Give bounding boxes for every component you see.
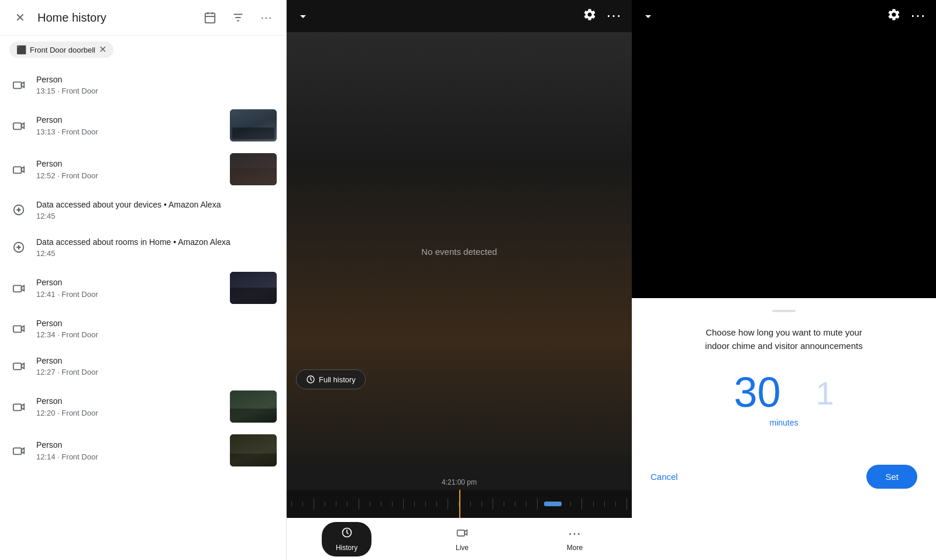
right-overflow-button[interactable]: ⋯: [910, 7, 927, 25]
tick: [627, 499, 627, 509]
no-events-label: No events detected: [421, 247, 497, 257]
timeline-bar[interactable]: [287, 490, 632, 518]
filter-chip-front-door[interactable]: ⬛ Front Door doorbell ✕: [9, 42, 113, 58]
left-header: ✕ Home history ⋯: [0, 0, 286, 36]
filter-icon-button[interactable]: [228, 7, 249, 28]
device-dropdown-button[interactable]: [296, 9, 310, 23]
event-info: Data accessed about your devices • Amazo…: [36, 199, 277, 221]
svg-rect-7: [13, 82, 22, 88]
set-button[interactable]: Set: [866, 465, 917, 489]
calendar-icon-button[interactable]: [199, 7, 221, 28]
tick: [392, 502, 393, 506]
filter-chip-close-icon[interactable]: ✕: [99, 45, 106, 54]
event-title: Data accessed about rooms in Home • Amaz…: [36, 237, 277, 248]
event-subtitle: 12:45: [36, 249, 277, 258]
overflow-menu-button[interactable]: ⋯: [606, 7, 622, 25]
cancel-button[interactable]: Cancel: [651, 472, 678, 482]
event-title: Person: [36, 318, 277, 330]
tick: [593, 502, 594, 506]
list-item[interactable]: Person 13:13 · Front Door: [0, 103, 286, 147]
svg-rect-15: [13, 404, 22, 410]
event-info: Person 12:27 · Front Door: [36, 355, 277, 377]
event-subtitle: 12:52 · Front Door: [36, 171, 223, 180]
svg-rect-9: [13, 167, 22, 173]
svg-rect-19: [457, 530, 465, 535]
tick: [493, 499, 493, 509]
sheet-handle: [772, 310, 796, 312]
event-subtitle: 12:41 · Front Door: [36, 290, 223, 299]
live-tab-label: Live: [456, 544, 469, 552]
tick: [436, 502, 437, 506]
event-title: Person: [36, 396, 223, 407]
tick: [381, 502, 381, 506]
event-info: Person 13:15 · Front Door: [36, 74, 277, 96]
filter-chip-label: Front Door doorbell: [30, 46, 95, 54]
timeline-section: 4:21:00 pm: [287, 471, 632, 518]
active-duration-value: 30: [734, 371, 780, 413]
event-subtitle: 13:13 · Front Door: [36, 127, 223, 136]
event-thumbnail: [230, 272, 277, 304]
camera-icon: [9, 160, 28, 179]
tick: [537, 499, 538, 509]
center-panel: ⋯ No events detected Full history 4:21:0…: [287, 0, 632, 560]
tick: [370, 502, 370, 506]
event-info: Person 13:13 · Front Door: [36, 115, 223, 136]
inactive-duration-value: 1: [815, 377, 834, 413]
full-history-label: Full history: [319, 375, 356, 384]
settings-icon-button[interactable]: [583, 8, 597, 25]
event-subtitle: 12:14 · Front Door: [36, 452, 223, 461]
tick: [526, 502, 526, 506]
more-options-button[interactable]: ⋯: [256, 7, 277, 28]
list-item[interactable]: Data accessed about your devices • Amazo…: [0, 191, 286, 229]
close-button[interactable]: ✕: [9, 7, 30, 28]
duration-picker: 30 1: [734, 371, 834, 413]
timeline-cursor: [459, 490, 460, 518]
event-subtitle: 12:27 · Front Door: [36, 368, 277, 376]
event-thumbnail: [230, 434, 277, 466]
list-item[interactable]: Person 12:34 · Front Door: [0, 310, 286, 347]
list-item[interactable]: Person 12:27 · Front Door: [0, 347, 286, 385]
list-item[interactable]: Person 12:20 · Front Door: [0, 385, 286, 428]
tick: [615, 502, 616, 506]
tick: [325, 502, 325, 506]
bottom-nav: History Live ⋯ More: [287, 518, 632, 560]
tick: [448, 499, 448, 509]
tick: [481, 502, 482, 506]
event-thumbnail: [230, 153, 277, 185]
list-item[interactable]: Person 12:14 · Front Door: [0, 428, 286, 472]
alexa-icon: [9, 201, 28, 219]
tick: [504, 502, 504, 506]
doorbell-icon: ⬛: [16, 45, 26, 54]
tick: [302, 502, 303, 506]
event-info: Person 12:52 · Front Door: [36, 158, 223, 180]
right-device-dropdown-button[interactable]: [641, 9, 655, 23]
list-item[interactable]: Person 12:52 · Front Door: [0, 147, 286, 191]
tick: [470, 502, 471, 506]
right-settings-button[interactable]: [887, 8, 901, 25]
tab-more[interactable]: ⋯ More: [553, 521, 597, 556]
left-panel: ✕ Home history ⋯ ⬛ Front Door doorbell ✕: [0, 0, 287, 560]
event-info: Person 12:41 · Front Door: [36, 277, 223, 299]
list-item[interactable]: Person 12:41 · Front Door: [0, 266, 286, 310]
tab-live[interactable]: Live: [442, 522, 483, 556]
right-panel: ⋯ Choose how long you want to mute your …: [632, 0, 936, 560]
camera-icon: [9, 279, 28, 298]
list-item[interactable]: Data accessed about rooms in Home • Amaz…: [0, 229, 286, 266]
event-title: Person: [36, 74, 277, 86]
event-info: Data accessed about rooms in Home • Amaz…: [36, 237, 277, 258]
tab-history[interactable]: History: [322, 522, 371, 556]
center-top-right: ⋯: [583, 7, 622, 25]
tick: [336, 502, 336, 506]
event-title: Person: [36, 355, 277, 367]
svg-rect-12: [13, 285, 22, 292]
event-subtitle: 12:45: [36, 212, 277, 220]
list-item[interactable]: Person 13:15 · Front Door: [0, 66, 286, 103]
event-info: Person 12:14 · Front Door: [36, 440, 223, 461]
event-info: Person 12:20 · Front Door: [36, 396, 223, 417]
event-subtitle: 12:34 · Front Door: [36, 330, 277, 339]
right-top-bar: ⋯: [632, 0, 936, 32]
full-history-button[interactable]: Full history: [296, 369, 366, 389]
live-tab-icon: [456, 527, 468, 541]
camera-icon: [9, 441, 28, 460]
tick: [604, 502, 605, 506]
